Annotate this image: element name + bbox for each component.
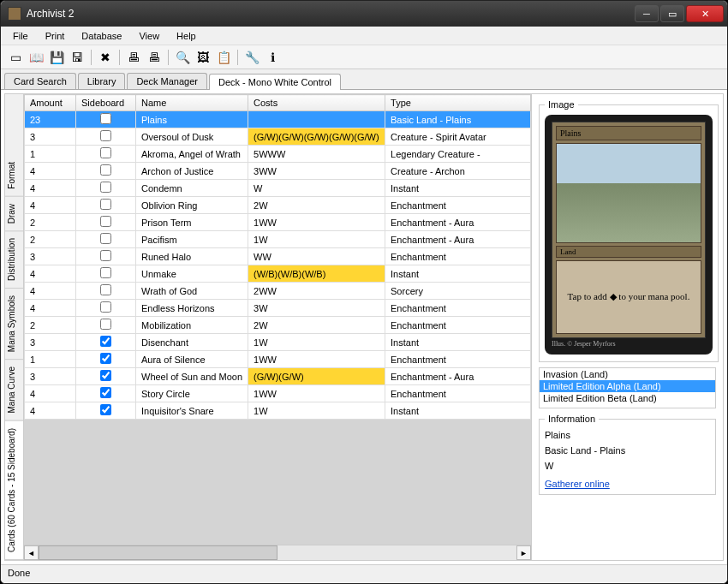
cell-type[interactable]: Enchantment [385, 317, 531, 334]
horizontal-scrollbar[interactable]: ◄ ► [24, 545, 531, 560]
cell-amount[interactable]: 4 [25, 402, 76, 420]
cell-amount[interactable]: 3 [25, 368, 76, 385]
cell-cost[interactable]: (G/W)(G/W) [248, 368, 385, 385]
tab-library[interactable]: Library [78, 73, 126, 89]
cell-type[interactable]: Enchantment [385, 300, 531, 317]
cell-cost[interactable]: 5WWW [248, 146, 385, 163]
cell-amount[interactable]: 4 [25, 283, 76, 300]
set-item[interactable]: Limited Edition Beta (Land) [540, 392, 715, 404]
cell-type[interactable]: Enchantment - Aura [385, 368, 531, 385]
sideboard-checkbox[interactable] [100, 301, 111, 313]
cell-name[interactable]: Akroma, Angel of Wrath [136, 146, 248, 163]
preview-button[interactable]: 🖼 [194, 48, 212, 67]
cell-cost[interactable]: 1W [248, 402, 385, 420]
sideboard-checkbox[interactable] [100, 267, 111, 278]
cell-cost[interactable]: 2W [248, 317, 385, 334]
cell-name[interactable]: Wheel of Sun and Moon [136, 368, 248, 385]
close-button[interactable]: ✕ [686, 5, 724, 22]
table-row[interactable]: 2Pacifism1WEnchantment - Aura [25, 231, 531, 248]
minimize-button[interactable]: ─ [635, 5, 659, 22]
cell-amount[interactable]: 1 [25, 146, 76, 163]
cell-amount[interactable]: 3 [25, 334, 76, 351]
new-button[interactable]: ▭ [6, 48, 25, 67]
set-item[interactable]: Limited Edition Alpha (Land) [540, 380, 715, 392]
info-button[interactable]: ℹ [263, 48, 282, 67]
col-amount[interactable]: Amount [25, 95, 76, 111]
vtab-mana-symbols[interactable]: Mana Symbols [5, 289, 23, 360]
cell-type[interactable]: Legendary Creature - [385, 146, 531, 163]
cell-amount[interactable]: 1 [25, 351, 76, 368]
print-button[interactable]: 🖶 [124, 48, 143, 67]
cell-type[interactable]: Instant [385, 180, 531, 197]
table-row[interactable]: 3Wheel of Sun and Moon(G/W)(G/W)Enchantm… [25, 368, 531, 385]
cell-cost[interactable]: 3W [248, 300, 385, 317]
table-row[interactable]: 23PlainsBasic Land - Plains [25, 111, 531, 128]
col-costs[interactable]: Costs [248, 95, 385, 111]
cell-name[interactable]: Prison Term [136, 214, 248, 231]
cell-type[interactable]: Sorcery [385, 283, 531, 300]
col-sideboard[interactable]: Sideboard [76, 95, 136, 111]
sideboard-checkbox[interactable] [100, 284, 111, 295]
table-row[interactable]: 2Prison Term1WWEnchantment - Aura [25, 214, 531, 231]
cell-name[interactable]: Unmake [136, 265, 248, 283]
sideboard-checkbox[interactable] [100, 233, 111, 244]
table-row[interactable]: 3Oversoul of Dusk(G/W)(G/W)(G/W)(G/W)(G/… [25, 128, 531, 146]
table-row[interactable]: 3Runed HaloWWEnchantment [25, 248, 531, 265]
cell-cost[interactable]: 1WW [248, 214, 385, 231]
cell-type[interactable]: Instant [385, 265, 531, 283]
cell-amount[interactable]: 4 [25, 163, 76, 180]
cell-cost[interactable]: (W/B)(W/B)(W/B) [248, 265, 385, 283]
sideboard-checkbox[interactable] [100, 147, 111, 158]
sideboard-checkbox[interactable] [100, 250, 111, 261]
sideboard-checkbox[interactable] [100, 370, 111, 381]
cell-name[interactable]: Story Circle [136, 385, 248, 402]
delete-button[interactable]: ✖ [96, 48, 115, 67]
cell-name[interactable]: Aura of Silence [136, 351, 248, 368]
tab-card-search[interactable]: Card Search [4, 73, 76, 89]
table-row[interactable]: 4Story Circle1WWEnchantment [25, 385, 531, 402]
cell-type[interactable]: Enchantment - Aura [385, 214, 531, 231]
cell-cost[interactable]: WW [248, 248, 385, 265]
sideboard-checkbox[interactable] [100, 404, 111, 415]
gatherer-link[interactable]: Gatherer online [545, 479, 610, 489]
search-button[interactable]: 🔍 [173, 48, 192, 67]
sideboard-checkbox[interactable] [100, 387, 111, 398]
scroll-left-button[interactable]: ◄ [24, 545, 39, 560]
cell-amount[interactable]: 4 [25, 300, 76, 317]
menu-database[interactable]: Database [75, 29, 128, 43]
printall-button[interactable]: 🖶 [145, 48, 164, 67]
table-row[interactable]: 4Endless Horizons3WEnchantment [25, 300, 531, 317]
cell-type[interactable]: Instant [385, 402, 531, 420]
scroll-right-button[interactable]: ► [516, 545, 531, 560]
vtab-cards-60-cards-15-si[interactable]: Cards (60 Cards - 15 Sideboard) [5, 421, 23, 560]
cell-amount[interactable]: 4 [25, 385, 76, 402]
cell-type[interactable]: Enchantment [385, 385, 531, 402]
cell-cost[interactable]: 1W [248, 231, 385, 248]
cell-name[interactable]: Archon of Justice [136, 163, 248, 180]
sideboard-checkbox[interactable] [100, 199, 111, 210]
cell-type[interactable]: Enchantment [385, 197, 531, 214]
cell-cost[interactable]: (G/W)(G/W)(G/W)(G/W)(G/W) [248, 128, 385, 146]
cell-amount[interactable]: 2 [25, 317, 76, 334]
cell-name[interactable]: Plains [136, 111, 248, 128]
cell-type[interactable]: Enchantment - Aura [385, 231, 531, 248]
cell-name[interactable]: Inquisitor's Snare [136, 402, 248, 420]
sideboard-checkbox[interactable] [100, 113, 111, 124]
menu-file[interactable]: File [6, 29, 35, 43]
sideboard-checkbox[interactable] [100, 353, 111, 364]
cell-cost[interactable]: 1WW [248, 385, 385, 402]
table-row[interactable]: 1Aura of Silence1WWEnchantment [25, 351, 531, 368]
table-row[interactable]: 4Inquisitor's Snare1WInstant [25, 402, 531, 420]
cell-amount[interactable]: 3 [25, 128, 76, 146]
cell-cost[interactable]: W [248, 180, 385, 197]
cell-type[interactable]: Instant [385, 334, 531, 351]
wrench-button[interactable]: 🔧 [242, 48, 261, 67]
vtab-draw[interactable]: Draw [5, 197, 23, 231]
table-row[interactable]: 4Unmake(W/B)(W/B)(W/B)Instant [25, 265, 531, 283]
vtab-format[interactable]: Format [5, 155, 23, 197]
sideboard-checkbox[interactable] [100, 182, 111, 193]
cell-name[interactable]: Oblivion Ring [136, 197, 248, 214]
table-row[interactable]: 3Disenchant1WInstant [25, 334, 531, 351]
open-button[interactable]: 📖 [27, 48, 45, 67]
table-row[interactable]: 4Oblivion Ring2WEnchantment [25, 197, 531, 214]
